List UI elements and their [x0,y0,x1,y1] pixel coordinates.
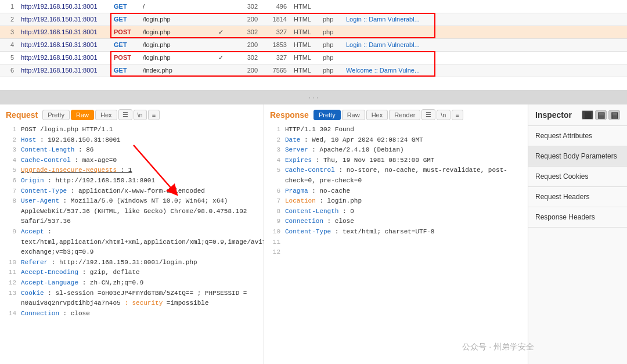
row-length: 7565 [261,64,290,77]
row-check [209,38,232,51]
row-id: 1 [0,0,17,13]
response-tab-icon1[interactable]: ☰ [421,109,435,120]
request-tab-icon1[interactable]: ☰ [118,109,132,120]
inspector-panel: Inspector ▦ ▤ ▤ Request AttributesReques… [528,104,627,364]
request-panel-title: Request [6,110,38,120]
inspector-item-3[interactable]: Request Headers [528,187,627,207]
row-method: POST [110,51,139,64]
table-row[interactable]: 4 http://192.168.150.31:8001 GET /login.… [0,38,627,51]
table-row[interactable]: 2 http://192.168.150.31:8001 GET /login.… [0,13,627,26]
row-title [343,0,627,13]
response-line: 10Content-Type : text/html; charset=UTF-… [269,227,523,237]
request-tab-raw[interactable]: Raw [71,110,94,120]
request-tab-icon2[interactable]: ≡ [148,110,160,120]
request-tab-hex[interactable]: Hex [95,110,117,120]
response-line: 4Expires : Thu, 19 Nov 1981 08:52:00 GMT [269,156,523,166]
request-panel: Request Pretty Raw Hex ☰ \n ≡ 1POST /log… [0,104,264,364]
row-title: Login :: Damn Vulnerabl... [343,38,627,51]
inspector-item-1[interactable]: Request Body Parameters [528,146,627,167]
table-row[interactable]: 1 http://192.168.150.31:8001 GET / 302 4… [0,0,627,13]
request-line: 2Host : 192.168.150.31:8001 [5,135,259,146]
inspector-item-2[interactable]: Request Cookies [528,167,627,187]
row-host: http://192.168.150.31:8001 [17,51,110,64]
response-tab-hex[interactable]: Hex [366,110,388,120]
row-host: http://192.168.150.31:8001 [17,64,110,77]
row-check [209,13,232,26]
response-panel-content: 1HTTP/1.1 302 Found2Date : Wed, 10 Apr 2… [264,122,528,364]
row-type: HTML [290,26,319,38]
row-ext: php [319,51,343,64]
row-method: GET [110,38,139,51]
row-id: 2 [0,13,17,26]
row-host: http://192.168.150.31:8001 [17,26,110,38]
response-tab-buttons: Pretty Raw Hex Render ☰ \n ≡ [314,109,463,120]
response-panel-header: Response Pretty Raw Hex Render ☰ \n ≡ [264,104,528,122]
response-line: 6Pragma : no-cache [269,186,523,197]
row-ext: php [319,13,343,26]
row-length: 327 [261,51,290,64]
request-line: 14Connection : close [5,309,259,319]
response-line: 1HTTP/1.1 302 Found [269,125,523,135]
request-line: 9Accept : text/html,application/xhtml+xm… [5,227,259,258]
response-line: 3Server : Apache/2.4.10 (Debian) [269,145,523,156]
http-history-table-wrapper: 1 http://192.168.150.31:8001 GET / 302 4… [0,0,627,90]
request-line: 1POST /login.php HTTP/1.1 [5,125,259,135]
response-tab-pretty[interactable]: Pretty [314,110,341,120]
row-length: 1814 [261,13,290,26]
request-panel-content: 1POST /login.php HTTP/1.12Host : 192.168… [0,122,264,364]
request-line: 6Origin : http://192.168.150.31:8001 [5,176,259,186]
requests-table: 1 http://192.168.150.31:8001 GET / 302 4… [0,0,627,77]
row-host: http://192.168.150.31:8001 [17,38,110,51]
row-id: 6 [0,64,17,77]
row-id: 5 [0,51,17,64]
table-row[interactable]: 6 http://192.168.150.31:8001 GET /index.… [0,64,627,77]
row-ext: php [319,64,343,77]
response-tab-raw[interactable]: Raw [342,110,365,120]
row-method: GET [110,0,139,13]
row-path: /login.php [139,51,209,64]
row-length: 1853 [261,38,290,51]
response-tab-icon2[interactable]: ≡ [452,110,463,120]
response-tab-render[interactable]: Render [389,110,420,120]
row-type: HTML [290,38,319,51]
inspector-item-0[interactable]: Request Attributes [528,126,627,146]
row-ext [319,0,343,13]
row-path: / [139,0,209,13]
row-check [209,64,232,77]
table-row[interactable]: 3 http://192.168.150.31:8001 POST /login… [0,26,627,38]
row-type: HTML [290,64,319,77]
row-check: ✓ [209,26,232,38]
row-ext: php [319,38,343,51]
row-status: 302 [232,26,261,38]
inspector-grid-view[interactable]: ▦ [582,110,593,120]
row-method: GET [110,13,139,26]
row-title [343,26,627,38]
inspector-compact-view[interactable]: ▤ [608,110,620,120]
row-type: HTML [290,0,319,13]
request-line: 10Referer : http://192.168.150.31:8001/l… [5,258,259,268]
row-method: GET [110,64,139,77]
row-status: 200 [232,13,261,26]
response-line: 5Cache-Control : no-store, no-cache, mus… [269,165,523,186]
row-status: 200 [232,38,261,51]
request-tab-newline[interactable]: \n [134,110,147,120]
response-line: 11 [269,237,523,248]
request-tab-pretty[interactable]: Pretty [42,110,70,120]
row-length: 327 [261,26,290,38]
inspector-header: Inspector ▦ ▤ ▤ [528,104,627,126]
inspector-title: Inspector [535,110,572,120]
table-row[interactable]: 5 http://192.168.150.31:8001 POST /login… [0,51,627,64]
bottom-panels: Request Pretty Raw Hex ☰ \n ≡ 1POST /log… [0,104,627,364]
response-line: 9Connection : close [269,217,523,227]
request-line: 13Cookie : sl-session =oH03eJP4FmYdGTBm/… [5,289,259,309]
inspector-view-toggle: ▦ ▤ ▤ [582,110,620,120]
row-status: 302 [232,0,261,13]
inspector-list-view[interactable]: ▤ [595,110,607,120]
inspector-item-4[interactable]: Response Headers [528,207,627,228]
row-path: /login.php [139,13,209,26]
request-line: 12Accept-Language : zh-CN,zh;q=0.9 [5,278,259,289]
response-panel: Response Pretty Raw Hex Render ☰ \n ≡ 1H… [264,104,528,364]
row-path: /login.php [139,26,209,38]
response-tab-newline[interactable]: \n [437,110,450,120]
row-title: Welcome :: Damn Vulne... [343,64,627,77]
